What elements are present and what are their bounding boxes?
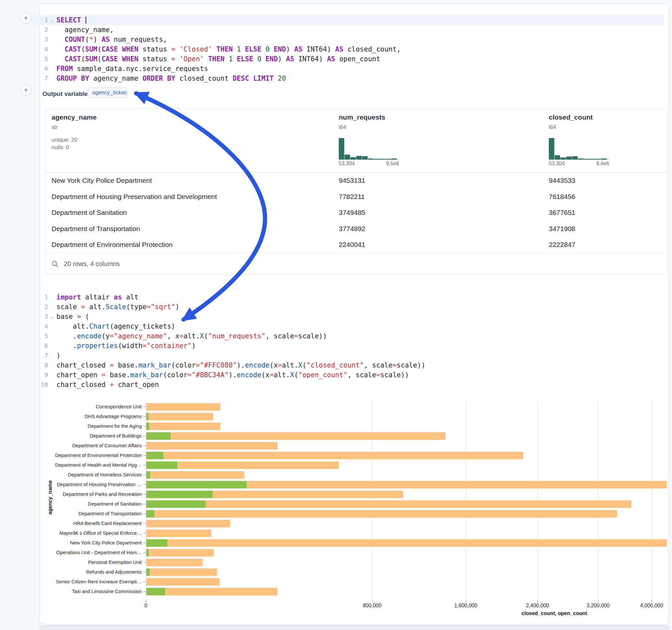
table-row[interactable]: Department of Transportation377489234719… [46,221,667,237]
histogram-bars [549,138,609,160]
code-line[interactable]: 7GROUP BY agency_name ORDER BY closed_co… [32,74,664,83]
table-summary: 20 rows, 4 columns [64,253,120,274]
bar-closed_count [146,568,217,576]
notebook-page: + + 1⌄SELECT 2 agency_name,3 COUNT(*) AS… [0,0,672,630]
y-axis-label: Department of Health and Mental Hyg… [45,462,142,468]
histogram-bar [385,159,391,160]
code-line[interactable]: 10chart_closed + chart_open [32,380,664,390]
fold-spacer [48,64,56,74]
line-number: 6 [32,64,48,74]
code-line[interactable]: 2 agency_name, [32,25,664,35]
table-row[interactable]: Department of Environmental Protection22… [46,237,667,253]
fold-spacer [48,74,56,83]
y-axis-label: Department of Sanitation [45,501,142,507]
results-table: agency_namestrunique: 20nulls: 0num_requ… [45,108,668,275]
code-line[interactable]: 3 COUNT(*) AS num_requests, [32,35,664,44]
x-tick-label: 3,200,000 [575,603,621,609]
table-cell: 3677651 [549,204,575,221]
y-axis-label: Department of Housing Preservation … [45,482,142,487]
column-type: i64 [339,124,346,130]
y-axis-label: Correspondence Unit [45,404,142,409]
output-variable-badge[interactable]: agency_tickets [88,88,127,98]
y-tick [143,445,146,446]
code-text: SELECT [56,15,664,25]
table-row[interactable]: Department of Sanitation37494853677651 [46,204,667,221]
sql-cell[interactable]: 1⌄SELECT 2 agency_name,3 COUNT(*) AS num… [32,15,664,83]
python-cell[interactable]: 1import altair as alt2scale = alt.Scale(… [32,292,664,390]
fold-chevron-icon[interactable]: ⌄ [48,312,56,321]
code-line[interactable]: 1import altair as alt [32,292,664,302]
collapsed-cell[interactable] [40,625,669,630]
bar-open_count [146,422,149,430]
line-number: 1 [32,292,48,302]
code-line[interactable]: 5 CAST(SUM(CASE WHEN status = 'Open' THE… [32,54,664,64]
histogram-bar [555,155,560,160]
y-axis-label: DHS Advantage Programs [45,413,142,419]
table-cell: Department of Housing Preservation and D… [51,189,217,205]
histogram-bar [549,138,554,160]
bar-open_count [146,500,206,508]
y-tick [143,553,146,553]
y-tick [143,465,146,465]
code-line[interactable]: 7) [32,350,664,360]
x-tick-label: 1,600,000 [443,603,488,609]
y-tick [143,455,146,456]
histogram-bar [362,156,368,160]
line-number: 1 [32,15,48,25]
code-line[interactable]: 4 CAST(SUM(CASE WHEN status = 'Closed' T… [32,44,664,54]
x-tick-label: 800,000 [350,603,395,609]
code-line[interactable]: 4 alt.Chart(agency_tickets) [32,321,664,331]
code-line[interactable]: 2scale = alt.Scale(type="sqrt") [32,302,664,312]
plus-icon: + [24,87,28,94]
fold-spacer [48,331,56,341]
code-text: CAST(SUM(CASE WHEN status = 'Open' THEN … [56,54,664,64]
bar-closed_count [146,539,667,547]
column-header[interactable]: closed_count [549,114,593,121]
y-tick [143,426,146,427]
histogram-bars [339,138,399,160]
y-axis-label: Refunds and Adjustments [45,569,142,575]
table-row[interactable]: Department of Housing Preservation and D… [46,189,667,205]
line-number: 10 [32,380,48,390]
column-meta: unique: 20 [51,137,77,143]
column-histogram: 53,3049.4e6 [549,138,609,167]
add-cell-button-top[interactable]: + [20,13,31,24]
line-number: 9 [32,370,48,380]
code-text: .encode(y="agency_name", x=alt.X("num_re… [56,331,664,341]
code-text: import altair as alt [56,292,664,302]
fold-chevron-icon[interactable]: ⌄ [48,15,56,25]
code-line[interactable]: 3⌄base = ( [32,312,664,321]
bar-open_count [146,588,165,595]
y-axis-label: HRA Benefit Card Replacement [45,520,142,526]
code-text: agency_name, [56,25,664,35]
add-cell-button-middle[interactable]: + [20,84,31,96]
line-number: 6 [32,341,48,350]
table-cell: 7618456 [549,189,575,205]
code-line[interactable]: 6 .properties(width="container") [32,341,664,350]
histogram-bar [339,138,344,160]
bar-open_count [146,413,148,420]
x-tick-label: 4,000,000 [629,603,667,609]
histogram-bar [578,159,583,160]
fold-spacer [48,302,56,312]
search-icon[interactable] [51,261,59,268]
code-line[interactable]: 1⌄SELECT [32,15,664,25]
column-header[interactable]: agency_name [51,114,97,121]
code-line[interactable]: 5 .encode(y="agency_name", x=alt.X("num_… [32,331,664,341]
bar-open_count [146,481,247,488]
code-line[interactable]: 8chart_closed = base.mark_bar(color="#FF… [32,360,664,370]
bar-closed_count [146,413,213,420]
table-cell: 2222847 [549,237,575,253]
gridline [652,401,652,600]
code-line[interactable]: 6FROM sample_data.nyc.service_requests [32,64,664,74]
histogram-bar [380,159,385,160]
code-line[interactable]: 9chart_open = base.mark_bar(color="#8BC3… [32,370,664,380]
histogram-bar [566,156,572,160]
histogram-bar [351,157,356,160]
table-row[interactable]: New York City Police Department945313194… [46,172,667,189]
column-header[interactable]: num_requests [339,114,385,121]
column-type: str [51,124,58,130]
histogram-range: 53,3049.4e6 [549,161,609,167]
histogram-bar [368,159,374,160]
code-text: .properties(width="container") [56,341,664,350]
